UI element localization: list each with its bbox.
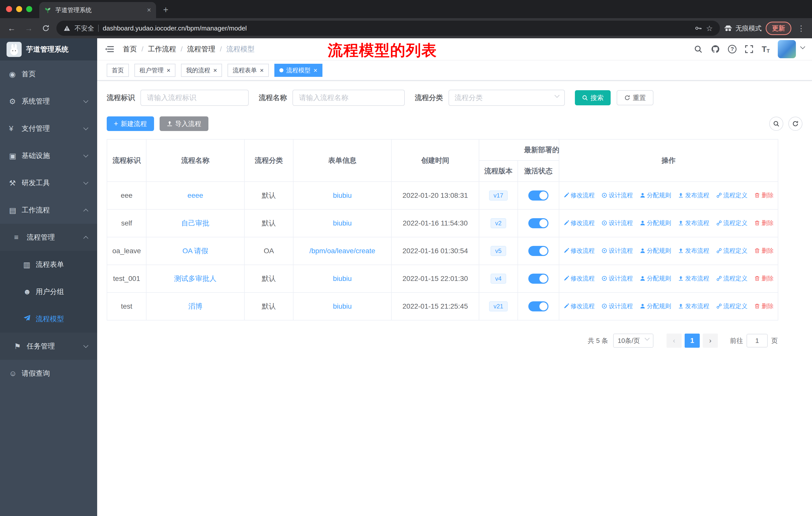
assign-rule-link[interactable]: 分配规则 — [640, 219, 671, 227]
sidebar-item-task-management[interactable]: ⚑ 任务管理 — [0, 332, 97, 360]
process-definition-link[interactable]: 流程定义 — [716, 302, 748, 310]
active-toggle[interactable] — [528, 274, 548, 284]
tag-home[interactable]: 首页 — [107, 64, 129, 77]
next-page-button[interactable]: › — [703, 333, 718, 348]
sidebar-item-process-form[interactable]: ▥ 流程表单 — [0, 251, 97, 278]
close-window-button[interactable] — [6, 6, 12, 12]
avatar[interactable] — [778, 40, 796, 58]
form-info-link[interactable]: biubiu — [333, 275, 352, 282]
sidebar-item-process-management[interactable]: ≡ 流程管理 — [0, 224, 97, 251]
password-key-icon[interactable] — [694, 24, 702, 32]
update-button[interactable]: 更新 — [766, 22, 791, 35]
modify-process-link[interactable]: 修改流程 — [563, 247, 595, 255]
delete-link[interactable]: 删除 — [754, 247, 774, 255]
delete-link[interactable]: 删除 — [754, 191, 774, 199]
assign-rule-link[interactable]: 分配规则 — [640, 247, 671, 255]
process-definition-link[interactable]: 流程定义 — [716, 219, 748, 227]
delete-link[interactable]: 删除 — [754, 274, 774, 282]
search-icon[interactable] — [694, 45, 703, 54]
toggle-search-button[interactable] — [769, 117, 783, 131]
assign-rule-link[interactable]: 分配规则 — [640, 302, 671, 310]
modify-process-link[interactable]: 修改流程 — [563, 302, 595, 310]
process-name-link[interactable]: 自己审批 — [181, 219, 209, 227]
sidebar-item-payment[interactable]: ¥ 支付管理 — [0, 115, 97, 142]
modify-process-link[interactable]: 修改流程 — [563, 274, 595, 282]
process-definition-link[interactable]: 流程定义 — [716, 247, 748, 255]
publish-process-link[interactable]: 发布流程 — [678, 191, 709, 199]
hamburger-icon[interactable] — [105, 44, 115, 54]
active-toggle[interactable] — [528, 301, 548, 311]
sidebar-item-user-group[interactable]: ☻ 用户分组 — [0, 278, 97, 305]
help-icon[interactable]: ? — [728, 45, 736, 53]
sidebar-item-home[interactable]: ◉ 首页 — [0, 60, 97, 88]
forward-button[interactable]: → — [22, 22, 35, 35]
font-size-icon[interactable]: TT — [762, 45, 770, 54]
publish-process-link[interactable]: 发布流程 — [678, 274, 709, 282]
address-bar[interactable]: 不安全 dashboard.yudao.iocoder.cn/bpm/manag… — [56, 21, 720, 36]
design-process-link[interactable]: 设计流程 — [602, 302, 633, 310]
modify-process-link[interactable]: 修改流程 — [563, 219, 595, 227]
delete-link[interactable]: 删除 — [754, 302, 774, 310]
bookmark-star-icon[interactable]: ☆ — [706, 24, 713, 33]
publish-process-link[interactable]: 发布流程 — [678, 302, 709, 310]
process-name-link[interactable]: 测试多审批人 — [174, 275, 216, 282]
process-name-link[interactable]: OA 请假 — [182, 247, 208, 255]
process-definition-link[interactable]: 流程定义 — [716, 191, 748, 199]
active-toggle[interactable] — [528, 218, 548, 228]
assign-rule-link[interactable]: 分配规则 — [640, 191, 671, 199]
design-process-link[interactable]: 设计流程 — [602, 247, 633, 255]
reset-button[interactable]: 重置 — [617, 90, 654, 105]
page-1-button[interactable]: 1 — [685, 333, 700, 348]
active-toggle[interactable] — [528, 246, 548, 256]
process-definition-link[interactable]: 流程定义 — [716, 274, 748, 282]
tag-process-model[interactable]: 流程模型 × — [274, 64, 322, 77]
design-process-link[interactable]: 设计流程 — [602, 274, 633, 282]
sidebar-item-workflow[interactable]: ▤ 工作流程 — [0, 196, 97, 224]
delete-link[interactable]: 删除 — [754, 219, 774, 227]
process-id-input[interactable] — [141, 90, 249, 106]
process-name-link[interactable]: eeee — [187, 191, 203, 199]
sidebar-item-system[interactable]: ⚙ 系统管理 — [0, 88, 97, 115]
tag-process-form[interactable]: 流程表单 × — [228, 64, 268, 77]
assign-rule-link[interactable]: 分配规则 — [640, 274, 671, 282]
sidebar-item-process-model[interactable]: 流程模型 — [0, 305, 97, 332]
form-info-link[interactable]: /bpm/oa/leave/create — [309, 247, 375, 255]
reload-button[interactable] — [39, 22, 52, 35]
tag-my-process[interactable]: 我的流程 × — [181, 64, 222, 77]
new-tab-button[interactable]: + — [163, 4, 168, 15]
form-info-link[interactable]: biubiu — [333, 219, 352, 227]
fullscreen-icon[interactable] — [745, 45, 754, 54]
zoom-window-button[interactable] — [26, 6, 32, 12]
github-icon[interactable] — [711, 45, 720, 54]
close-icon[interactable]: × — [167, 67, 170, 74]
close-icon[interactable]: × — [260, 67, 264, 74]
form-info-link[interactable]: biubiu — [333, 191, 352, 199]
minimize-window-button[interactable] — [16, 6, 22, 12]
tab-close-icon[interactable]: × — [147, 6, 151, 14]
publish-process-link[interactable]: 发布流程 — [678, 247, 709, 255]
active-toggle[interactable] — [528, 190, 548, 200]
back-button[interactable]: ← — [5, 22, 18, 35]
refresh-table-button[interactable] — [788, 117, 803, 131]
close-icon[interactable]: × — [213, 67, 217, 74]
browser-tab[interactable]: 芋道管理系统 × — [39, 2, 156, 18]
modify-process-link[interactable]: 修改流程 — [563, 191, 595, 199]
page-size-select[interactable]: 10条/页 — [613, 333, 654, 348]
tag-tenant[interactable]: 租户管理 × — [135, 64, 175, 77]
prev-page-button[interactable]: ‹ — [667, 333, 682, 348]
sidebar-item-infrastructure[interactable]: ▣ 基础设施 — [0, 142, 97, 169]
process-name-link[interactable]: 滔博 — [188, 302, 202, 310]
process-category-select[interactable]: 流程分类 — [448, 90, 565, 106]
breadcrumb-workflow[interactable]: 工作流程 — [148, 44, 176, 54]
import-process-button[interactable]: 导入流程 — [160, 116, 208, 131]
breadcrumb-home[interactable]: 首页 — [123, 44, 137, 54]
design-process-link[interactable]: 设计流程 — [602, 219, 633, 227]
process-name-input[interactable] — [292, 90, 405, 106]
search-button[interactable]: 搜索 — [575, 90, 611, 105]
breadcrumb-process-management[interactable]: 流程管理 — [187, 44, 215, 54]
browser-menu-icon[interactable]: ⋮ — [795, 24, 807, 33]
design-process-link[interactable]: 设计流程 — [602, 191, 633, 199]
publish-process-link[interactable]: 发布流程 — [678, 219, 709, 227]
create-process-button[interactable]: + 新建流程 — [107, 116, 154, 131]
sidebar-item-devtools[interactable]: ⚒ 研发工具 — [0, 169, 97, 196]
